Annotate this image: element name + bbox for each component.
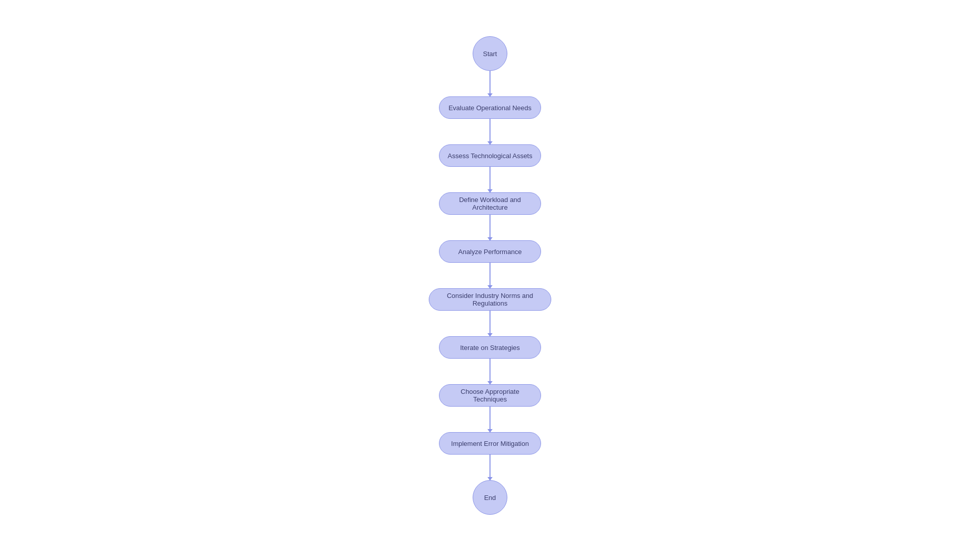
choose-node[interactable]: Choose Appropriate Techniques (439, 384, 541, 407)
consider-node[interactable]: Consider Industry Norms and Regulations (429, 288, 551, 311)
connector-5 (489, 263, 491, 288)
analyze-label: Analyze Performance (458, 248, 522, 256)
connector-6 (489, 311, 491, 336)
end-node[interactable]: End (473, 480, 507, 515)
consider-label: Consider Industry Norms and Regulations (435, 292, 545, 307)
evaluate-label: Evaluate Operational Needs (449, 104, 532, 112)
define-label: Define Workload and Architecture (446, 196, 534, 211)
connector-1 (489, 71, 491, 96)
iterate-label: Iterate on Strategies (460, 344, 520, 352)
assess-node[interactable]: Assess Technological Assets (439, 144, 541, 167)
connector-8 (489, 407, 491, 432)
connector-2 (489, 119, 491, 144)
end-label: End (484, 494, 496, 502)
iterate-node[interactable]: Iterate on Strategies (439, 336, 541, 359)
implement-node[interactable]: Implement Error Mitigation (439, 432, 541, 455)
evaluate-node[interactable]: Evaluate Operational Needs (439, 96, 541, 119)
assess-label: Assess Technological Assets (448, 152, 532, 160)
start-node[interactable]: Start (473, 36, 507, 71)
connector-4 (489, 215, 491, 240)
connector-9 (489, 455, 491, 480)
choose-label: Choose Appropriate Techniques (446, 388, 534, 403)
start-label: Start (483, 50, 497, 58)
flowchart: Start Evaluate Operational Needs Assess … (429, 36, 551, 515)
define-node[interactable]: Define Workload and Architecture (439, 192, 541, 215)
connector-3 (489, 167, 491, 192)
connector-7 (489, 359, 491, 384)
analyze-node[interactable]: Analyze Performance (439, 240, 541, 263)
implement-label: Implement Error Mitigation (451, 440, 529, 447)
